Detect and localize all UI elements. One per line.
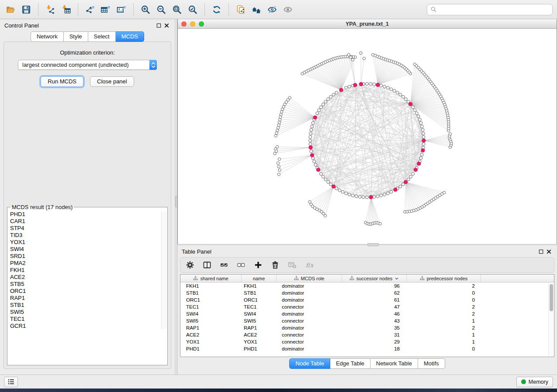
network-node[interactable] [311, 121, 315, 124]
network-node[interactable] [383, 193, 386, 196]
close-window-icon[interactable] [181, 21, 187, 27]
mcds-result-item[interactable]: PHD1 [10, 211, 167, 218]
minimize-window-icon[interactable] [190, 21, 195, 27]
result-list-scrollbar[interactable] [161, 211, 167, 329]
tab-network-table[interactable]: Network Table [370, 358, 418, 369]
network-node[interactable] [373, 196, 376, 199]
table-row[interactable]: RAP1RAP1dominator352 [180, 324, 554, 331]
column-header-shared-name[interactable]: shared name [180, 275, 242, 282]
network-node[interactable] [422, 143, 425, 146]
network-node[interactable] [322, 175, 325, 179]
horizontal-splitter[interactable] [177, 244, 557, 245]
network-node[interactable] [318, 109, 321, 112]
splitter-grip[interactable] [175, 196, 177, 207]
network-node[interactable] [324, 214, 326, 217]
network-node[interactable] [390, 190, 393, 193]
network-node[interactable] [399, 185, 402, 188]
network-node[interactable] [422, 135, 425, 138]
network-node[interactable] [278, 158, 280, 160]
network-node[interactable] [366, 196, 369, 199]
column-header-predecessor-nodes[interactable]: predecessor nodes [407, 275, 481, 282]
table-row[interactable]: ACE2ACE2connector311 [180, 331, 554, 338]
network-node[interactable] [413, 109, 416, 112]
add-row-button[interactable] [251, 258, 265, 272]
mcds-node[interactable] [317, 168, 320, 172]
mcds-node[interactable] [409, 102, 412, 106]
network-node[interactable] [372, 53, 374, 56]
mcds-result-item[interactable]: ACE2 [10, 274, 167, 281]
column-header-MCDS-role[interactable]: MCDS role [277, 275, 342, 282]
network-node[interactable] [311, 125, 314, 128]
network-node[interactable] [413, 63, 416, 65]
tab-select[interactable]: Select [88, 31, 116, 42]
network-node[interactable] [319, 106, 322, 109]
network-node[interactable] [277, 127, 279, 129]
zoom-fit-button[interactable] [169, 3, 185, 17]
network-node[interactable] [309, 132, 312, 135]
tab-style[interactable]: Style [64, 31, 88, 42]
maximize-window-icon[interactable] [199, 21, 204, 27]
column-header-successor-nodes[interactable]: successor nodes [342, 275, 407, 282]
mcds-result-item[interactable]: SRD1 [10, 253, 167, 260]
network-node[interactable] [280, 110, 283, 113]
close-panel-icon[interactable] [545, 248, 553, 255]
mcds-node[interactable] [404, 180, 408, 184]
network-node[interactable] [421, 125, 424, 128]
network-node[interactable] [443, 191, 445, 194]
network-node[interactable] [279, 116, 282, 118]
mcds-node[interactable] [313, 116, 317, 119]
table-row[interactable]: TEC1TEC1connector472 [180, 303, 554, 310]
network-node[interactable] [277, 162, 279, 165]
network-node[interactable] [419, 121, 422, 124]
table-row[interactable]: ORC1ORC1dominator610 [180, 296, 554, 303]
deselect-all-button[interactable] [234, 258, 248, 272]
tab-node-table[interactable]: Node Table [289, 358, 330, 369]
mcds-node[interactable] [359, 83, 363, 86]
search-box[interactable] [427, 4, 553, 15]
network-node[interactable] [277, 173, 280, 175]
network-node[interactable] [332, 93, 335, 96]
select-all-button[interactable] [217, 258, 231, 272]
network-node[interactable] [335, 187, 338, 190]
network-node[interactable] [387, 86, 390, 89]
network-node[interactable] [419, 157, 422, 160]
import-network-button[interactable] [42, 3, 58, 17]
mcds-result-item[interactable]: YOX1 [10, 239, 167, 246]
network-node[interactable] [341, 190, 344, 193]
table-scrollbar[interactable] [548, 283, 554, 356]
close-panel-icon[interactable] [163, 22, 170, 29]
network-view-canvas[interactable] [178, 29, 557, 245]
mcds-node[interactable] [414, 168, 417, 172]
mcds-node[interactable] [309, 146, 312, 149]
table-row[interactable]: SWI5SWI5connector431 [180, 317, 554, 324]
memory-button[interactable]: Memory [516, 377, 553, 387]
mcds-node[interactable] [310, 154, 314, 157]
network-node[interactable] [319, 172, 322, 175]
network-node[interactable] [358, 196, 361, 199]
network-node[interactable] [327, 98, 330, 101]
mcds-result-item[interactable]: STP4 [10, 225, 167, 232]
network-node[interactable] [274, 134, 277, 137]
network-node[interactable] [412, 106, 415, 109]
network-node[interactable] [347, 53, 350, 56]
network-node[interactable] [279, 118, 281, 121]
network-node[interactable] [277, 124, 280, 126]
splitter-grip[interactable] [367, 243, 379, 246]
network-node[interactable] [412, 172, 415, 175]
mcds-result-item[interactable]: PMA2 [10, 260, 167, 267]
network-node[interactable] [421, 153, 424, 156]
network-node[interactable] [379, 222, 381, 225]
network-node[interactable] [324, 178, 327, 181]
network-node[interactable] [407, 178, 410, 181]
save-session-button[interactable] [18, 3, 34, 17]
network-node[interactable] [355, 195, 358, 198]
network-node[interactable] [335, 91, 338, 94]
network-node[interactable] [281, 108, 284, 110]
task-history-button[interactable] [4, 377, 18, 387]
network-node[interactable] [345, 86, 348, 89]
network-node[interactable] [275, 132, 278, 134]
network-node[interactable] [421, 128, 424, 131]
scrollbar-thumb[interactable] [550, 284, 553, 311]
network-node[interactable] [310, 150, 313, 153]
mcds-node[interactable] [353, 83, 357, 87]
